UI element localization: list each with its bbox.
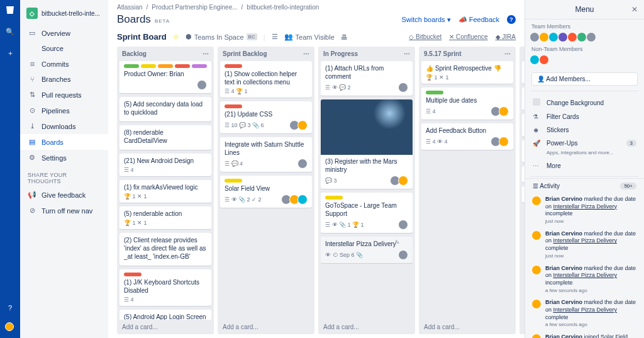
- sidebar-item-settings[interactable]: ⚙Settings: [20, 150, 108, 166]
- print-icon[interactable]: 🖶: [341, 33, 348, 41]
- column-title[interactable]: 9.5.17 Sprint: [424, 50, 461, 57]
- card[interactable]: 👍 Sp🏆 1: [522, 61, 525, 84]
- card[interactable]: (8) renderable CardDetailView: [119, 125, 211, 150]
- column-menu-icon[interactable]: ⋯: [203, 50, 209, 57]
- visibility-chip[interactable]: 👥 Team Visible: [284, 33, 335, 41]
- activity-avatar[interactable]: [531, 265, 541, 275]
- feedback-link[interactable]: 📣 Feedback: [458, 16, 499, 24]
- member-avatar[interactable]: [398, 176, 408, 186]
- sidebar-item-commits[interactable]: ⧇Commits: [20, 56, 108, 72]
- card[interactable]: Integrate with Saturn Shuttle Lines☰ 💬 4: [220, 137, 312, 172]
- card[interactable]: (5) Android App Login Screen Wireframes: [119, 310, 211, 320]
- help-icon[interactable]: ?: [507, 15, 516, 24]
- card[interactable]: (21) New Android Design☰ 4: [119, 154, 211, 176]
- card[interactable]: 👍 Sprint Retrospective 👎🏆 1 ✕ 1: [421, 61, 513, 84]
- column-menu-icon[interactable]: ⋯: [404, 50, 410, 57]
- member-avatar[interactable]: [499, 137, 509, 147]
- column-menu-icon[interactable]: ⋯: [303, 50, 309, 57]
- add-card-link[interactable]: Add a card...: [117, 320, 214, 334]
- card[interactable]: Interstellar Pizza Delivery✎👁 ⏲ Sep 6 📎: [321, 237, 413, 263]
- sidebar-item-boards[interactable]: ▤Boards: [20, 134, 108, 150]
- integration-link-bitbucket[interactable]: ◇ Bitbucket: [409, 33, 441, 40]
- card[interactable]: (5) renderable action🏆 1 ✕ 1: [119, 206, 211, 229]
- card[interactable]: (3) plu☰ 4: [522, 114, 525, 137]
- add-card-link[interactable]: Add a card...: [318, 320, 415, 334]
- activity-avatar[interactable]: [531, 299, 541, 309]
- profile-icon[interactable]: [4, 320, 16, 333]
- card[interactable]: (1) fix markAsViewed logic🏆 1 ✕ 1: [119, 180, 211, 203]
- sidebar-item-branches[interactable]: ⑂Branches: [20, 72, 108, 87]
- member-avatar[interactable]: [398, 220, 408, 230]
- edit-icon[interactable]: ✎: [395, 239, 400, 245]
- add-card-link[interactable]: Add a: [519, 320, 525, 334]
- sidebar-item-give-feedback[interactable]: 📢Give feedback: [20, 187, 108, 203]
- card[interactable]: (3) Register with the Mars ministry💬 3: [321, 99, 413, 189]
- help-icon[interactable]: ?: [4, 301, 16, 314]
- breadcrumb-link[interactable]: Atlassian: [117, 4, 143, 11]
- menu-item-power-ups[interactable]: 🚀Power-Ups3: [525, 137, 644, 150]
- member-avatar[interactable]: [398, 250, 408, 260]
- column-title[interactable]: Backlog: [122, 50, 147, 57]
- member-avatar[interactable]: [398, 82, 408, 93]
- menu-item-stickers[interactable]: ☻Stickers: [525, 123, 644, 137]
- integration-link-confluence[interactable]: ✕ Confluence: [449, 33, 487, 40]
- sidebar-item-source[interactable]: Source: [20, 41, 108, 56]
- member-avatar[interactable]: [297, 194, 308, 205]
- add-card-link[interactable]: Add a card...: [419, 320, 516, 334]
- card[interactable]: (2) Client release provides 'index' as d…: [119, 233, 211, 266]
- list-icon[interactable]: ☰: [272, 33, 278, 41]
- card[interactable]: Add Feedback Button☰ 4 👁 4: [421, 123, 513, 150]
- breadcrumb-link[interactable]: bitbucket-trello-integration: [247, 4, 319, 11]
- sidebar-item-turn-off-new-nav[interactable]: ⊘Turn off new nav: [20, 203, 108, 218]
- card[interactable]: (8) Let name URL☰ 4: [522, 87, 525, 110]
- column-title[interactable]: Sprint Backlog: [223, 50, 267, 57]
- card[interactable]: Solar Field View☰ 👁 📎 2 ✓ 2: [220, 176, 312, 208]
- activity-avatar[interactable]: [531, 196, 541, 206]
- activity-card-link[interactable]: Interstellar Pizza Delivery: [553, 203, 618, 210]
- search-icon[interactable]: 🔍: [4, 25, 16, 38]
- column-title[interactable]: In Progress: [323, 50, 358, 57]
- card[interactable]: (1) J/K Keyboard Shortcuts Disabled☰ 4: [119, 269, 211, 306]
- add-members-input[interactable]: 👤 Add Members...: [531, 72, 638, 86]
- member-avatar[interactable]: [297, 120, 308, 130]
- card[interactable]: (2) Re: [522, 140, 525, 162]
- bitbucket-logo-icon[interactable]: [4, 4, 16, 16]
- card[interactable]: (1) Show collection helper text in colle…: [220, 61, 312, 98]
- team-avatars[interactable]: [531, 32, 638, 42]
- menu-item-more[interactable]: ⋯More: [525, 159, 644, 172]
- card[interactable]: (21) Update CSS☰ 10 💬 3 📎 6: [220, 101, 312, 133]
- card[interactable]: (5) Add secondary data load to quickload: [119, 97, 211, 121]
- activity-avatar[interactable]: [531, 230, 541, 240]
- activity-card-link[interactable]: Interstellar Pizza Delivery: [553, 272, 618, 278]
- switch-boards-link[interactable]: Switch boards ▾: [401, 16, 450, 24]
- sidebar-item-pull-requests[interactable]: ⇅Pull requests: [20, 87, 108, 103]
- team-chip[interactable]: ⬢ Teams In Space BC: [186, 33, 257, 41]
- card[interactable]: GoToSpace - Large Team Support☰ 👁 📎 1 🏆 …: [321, 193, 413, 233]
- board-name[interactable]: Sprint Board: [117, 32, 167, 42]
- add-card-link[interactable]: Add a card...: [218, 320, 314, 334]
- card[interactable]: (3) Pla: [522, 166, 525, 183]
- activity-avatar[interactable]: [531, 334, 541, 338]
- menu-item-change-background[interactable]: Change Background: [525, 95, 644, 110]
- sidebar-item-pipelines[interactable]: ⊙Pipelines: [20, 103, 108, 118]
- member-avatar[interactable]: [499, 106, 509, 116]
- plus-icon[interactable]: ＋: [4, 47, 16, 59]
- activity-card-link[interactable]: Interstellar Pizza Delivery: [553, 237, 618, 244]
- sidebar-item-overview[interactable]: ▭Overview: [20, 25, 108, 41]
- integration-link-jira[interactable]: ◆ JIRA: [496, 33, 516, 40]
- member-avatar[interactable]: [197, 80, 207, 90]
- project-header[interactable]: ◇ bitbucket-trello-inte...: [20, 5, 108, 25]
- member-avatar[interactable]: [297, 159, 308, 169]
- breadcrumb-link[interactable]: Product Partnership Enginee...: [152, 4, 237, 11]
- star-icon[interactable]: ☆: [173, 33, 179, 41]
- menu-item-filter-cards[interactable]: ⚗Filter Cards: [525, 110, 644, 123]
- column-menu-icon[interactable]: ⋯: [504, 50, 511, 57]
- card[interactable]: Verify: [522, 186, 525, 203]
- nonteam-avatars[interactable]: [531, 55, 638, 65]
- card[interactable]: Multiple due dates☰ 4: [421, 87, 513, 120]
- close-icon[interactable]: ✕: [631, 5, 638, 14]
- card[interactable]: (1) Attach URLs from comment☰ 👁 💬 2: [321, 61, 413, 96]
- card[interactable]: Product Owner: Brian: [119, 61, 211, 93]
- activity-card-link[interactable]: Interstellar Pizza Delivery: [553, 307, 618, 313]
- sidebar-item-downloads[interactable]: ⤓Downloads: [20, 118, 108, 134]
